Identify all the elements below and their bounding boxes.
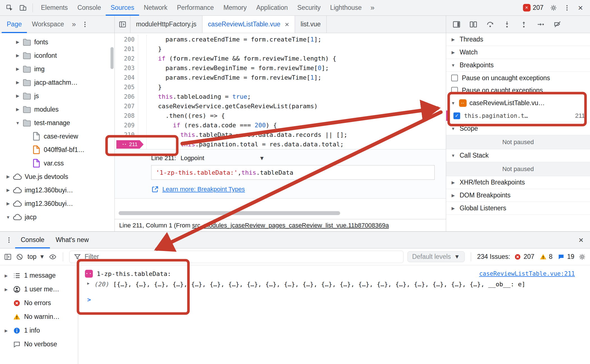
disclosure-right-icon[interactable]: ▶	[13, 93, 22, 98]
gutter-line-number[interactable]: ··211	[115, 140, 138, 149]
navigator-menu-icon[interactable]	[79, 18, 91, 31]
live-expression-icon[interactable]	[49, 253, 57, 261]
console-sidebar-item-1-user-me[interactable]: ▶1 user me…	[0, 282, 78, 296]
settings-icon[interactable]	[547, 2, 560, 14]
checkbox-checked[interactable]: ✓	[453, 112, 460, 119]
step-over-icon[interactable]	[486, 20, 494, 29]
disclosure-down-icon[interactable]: ▼	[4, 215, 12, 220]
section-header-watch[interactable]: ▶Watch	[446, 46, 590, 59]
clear-console-icon[interactable]	[16, 253, 24, 261]
console-log-message[interactable]: ·· 1-zp-this.tableData: caseReviewListTa…	[85, 270, 583, 278]
step-icon[interactable]	[536, 20, 545, 29]
section-header-scope[interactable]: ▼Scope	[446, 122, 590, 135]
breakpoint-file-group[interactable]: ▼··caseReviewListTable.vu…	[446, 96, 590, 109]
gutter-line-number[interactable]: 200	[115, 35, 138, 44]
disclosure-right-icon[interactable]: ▶	[3, 287, 10, 292]
step-into-icon[interactable]	[503, 20, 511, 29]
disclosure-right-icon[interactable]: ▶	[4, 174, 12, 179]
main-tab-network[interactable]: Network	[139, 0, 172, 16]
more-navigator-tabs-chevron[interactable]: »	[69, 20, 79, 29]
drawer-tab-console[interactable]: Console	[15, 232, 50, 248]
editor-tab-casereviewlisttable-vue[interactable]: caseReviewListTable.vue×	[202, 16, 295, 33]
console-prompt[interactable]: >	[85, 296, 583, 303]
main-tab-sources[interactable]: Sources	[106, 0, 139, 16]
disclosure-right-icon[interactable]: ▶	[13, 40, 22, 45]
tree-item-case-review[interactable]: case-review	[0, 130, 114, 143]
console-sidebar-item-no-errors[interactable]: No errors	[0, 296, 78, 310]
editor-tab-list-vue[interactable]: list.vue	[295, 16, 327, 33]
navigator-scrollbar[interactable]	[110, 47, 114, 69]
console-error-count[interactable]: 207	[514, 253, 534, 261]
main-tab-console[interactable]: Console	[73, 0, 106, 16]
tree-item-var-css[interactable]: var.css	[0, 156, 114, 170]
tree-item-vue-js-devtools[interactable]: ▶Vue.js devtools	[0, 170, 114, 183]
gutter-line-number[interactable]: 202	[115, 54, 138, 63]
gutter-line-number[interactable]: 207	[115, 102, 138, 111]
log-levels-select[interactable]: Default levels ▼	[407, 251, 465, 262]
learn-more-link[interactable]: Learn more: Breakpoint Types	[162, 186, 245, 193]
close-tab-icon[interactable]: ×	[285, 21, 289, 28]
exception-pause-toggle[interactable]: Pause on caught exceptions	[446, 84, 590, 96]
disclosure-right-icon[interactable]: ▶	[13, 66, 22, 72]
section-header-call-stack[interactable]: ▼Call Stack	[446, 149, 590, 162]
console-settings-icon[interactable]	[578, 253, 586, 261]
gutter-line-number[interactable]: 204	[115, 73, 138, 82]
console-sidebar-item-no-verbose[interactable]: No verbose	[0, 337, 78, 351]
disclosure-right-icon[interactable]: ▶	[4, 201, 12, 206]
tree-item-test-manage[interactable]: ▼test-manage	[0, 116, 114, 130]
logpoint-badge[interactable]: ··211	[116, 140, 144, 149]
main-tab-elements[interactable]: Elements	[36, 0, 73, 16]
checkbox-unchecked[interactable]	[451, 75, 458, 81]
panel-right-icon[interactable]	[452, 20, 461, 29]
gutter-line-number[interactable]: 205	[115, 82, 138, 92]
editor-horizontal-scrollbar[interactable]	[119, 211, 340, 215]
tree-item-fonts[interactable]: ▶fonts	[0, 35, 114, 49]
execution-context-select[interactable]: top ▼	[27, 253, 45, 261]
editor-tab-modulehttpfactory-js[interactable]: moduleHttpFactory.js	[130, 16, 202, 33]
tree-item-iconfont[interactable]: ▶iconfont	[0, 49, 114, 62]
logpoint-expression-input[interactable]: '1-zp-this.tableData:', this.tableData	[151, 165, 435, 180]
disclosure-down-icon[interactable]: ▼	[13, 121, 22, 125]
drawer-menu-icon[interactable]	[3, 234, 15, 246]
split-editor-icon[interactable]	[469, 20, 478, 29]
close-drawer-icon[interactable]: ×	[575, 234, 587, 246]
navigator-tab-page[interactable]: Page	[2, 16, 27, 33]
console-sidebar-item-1-message[interactable]: ▶1 message	[0, 269, 78, 282]
exception-pause-toggle[interactable]: Pause on uncaught exceptions	[446, 72, 590, 84]
code-editor[interactable]: 200 params.createEndTime = form.createTi…	[115, 33, 446, 219]
console-filter-input[interactable]: Filter	[69, 251, 404, 263]
section-header-global-listeners[interactable]: ▶Global Listeners	[446, 202, 590, 215]
gutter-line-number[interactable]: 201	[115, 44, 138, 54]
tree-item-jacp[interactable]: ▼jacp	[0, 210, 114, 224]
tree-item-img12-360buyi[interactable]: ▶img12.360buyi…	[0, 197, 114, 210]
tree-item-img12-360buyi[interactable]: ▶img12.360buyi…	[0, 183, 114, 197]
error-count-badge[interactable]: × 207	[523, 4, 543, 11]
step-out-icon[interactable]	[520, 20, 528, 29]
main-tab-application[interactable]: Application	[252, 0, 293, 16]
main-tab-memory[interactable]: Memory	[219, 0, 252, 16]
checkbox-unchecked[interactable]	[451, 87, 458, 94]
device-toolbar-icon[interactable]	[17, 2, 29, 14]
close-devtools-icon[interactable]: ×	[574, 2, 587, 14]
section-header-dom-breakpoints[interactable]: ▶DOM Breakpoints	[446, 189, 590, 202]
main-tab-performance[interactable]: Performance	[172, 0, 219, 16]
expand-triangle-icon[interactable]: ▶	[87, 280, 95, 289]
source-map-link[interactable]: src_modules_jcaseReview_pages_caseReview…	[192, 222, 389, 229]
disclosure-right-icon[interactable]: ▶	[13, 53, 22, 58]
log-source-link[interactable]: caseReviewListTable.vue:211	[479, 270, 583, 277]
tree-item-jacp-attachm[interactable]: ▶jacp-attachm…	[0, 76, 114, 89]
tree-item-img[interactable]: ▶img	[0, 62, 114, 76]
breakpoint-entry[interactable]: ✓this.pagination.t…211	[446, 109, 590, 122]
inspect-icon[interactable]	[3, 2, 16, 14]
console-log-array[interactable]: ▶ (20) [{…}, {…}, {…}, {…}, {…}, {…}, {……	[85, 280, 583, 289]
disclosure-right-icon[interactable]: ▶	[13, 107, 22, 112]
console-sidebar-item-1-info[interactable]: ▶1 info	[0, 324, 78, 337]
section-header-threads[interactable]: ▶Threads	[446, 33, 590, 46]
more-menu-icon[interactable]	[561, 2, 573, 14]
tree-item-js[interactable]: ▶js	[0, 89, 114, 103]
deactivate-breakpoints-icon[interactable]	[553, 20, 562, 29]
toggle-console-sidebar-icon[interactable]	[4, 253, 12, 261]
section-header-breakpoints[interactable]: ▼Breakpoints	[446, 59, 590, 72]
toggle-navigator-icon[interactable]	[115, 16, 130, 33]
section-header-xhr-fetch-breakpoints[interactable]: ▶XHR/fetch Breakpoints	[446, 176, 590, 189]
